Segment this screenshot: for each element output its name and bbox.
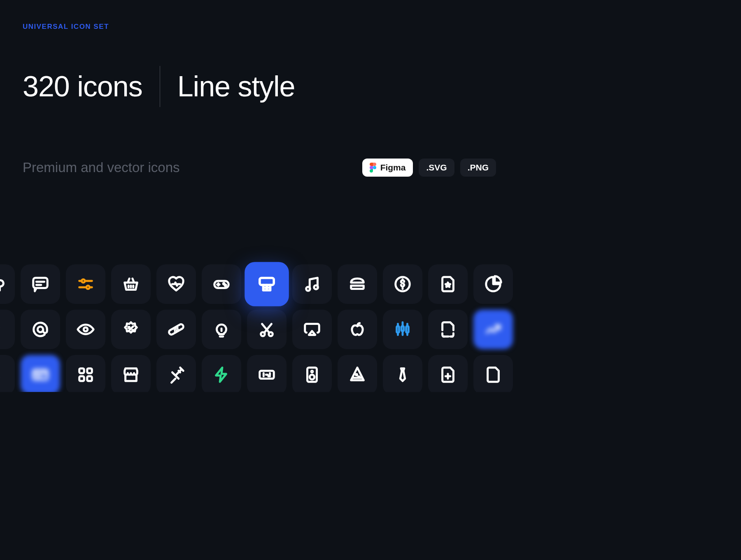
svg-rect-26	[79, 369, 84, 373]
sliders-icon[interactable]	[66, 264, 105, 304]
svg-rect-22	[397, 326, 399, 332]
png-badge[interactable]: .PNG	[460, 159, 496, 177]
chat-icon[interactable]	[21, 264, 60, 304]
icon-row	[0, 355, 519, 392]
candlestick-icon[interactable]	[383, 310, 422, 349]
eye-icon[interactable]	[66, 310, 105, 349]
svg-point-34	[356, 374, 357, 375]
discount-badge-icon[interactable]	[111, 310, 151, 349]
svg-rect-27	[87, 369, 92, 373]
tie-icon[interactable]	[383, 355, 422, 392]
svg-rect-23	[401, 326, 404, 331]
icon-row	[0, 310, 519, 349]
scissors-icon[interactable]	[247, 310, 287, 349]
pizza-slice-icon[interactable]	[338, 355, 377, 392]
svg-point-32	[311, 371, 313, 372]
figma-icon	[370, 163, 376, 173]
syringe-icon[interactable]	[156, 355, 196, 392]
chef-hat-icon[interactable]	[0, 264, 15, 304]
svg-badge[interactable]: .SVG	[419, 159, 454, 177]
file-dashed-icon[interactable]	[428, 310, 468, 349]
lightbulb-icon[interactable]	[202, 310, 241, 349]
speaker-icon[interactable]	[292, 355, 332, 392]
svg-point-9	[314, 285, 318, 289]
burger-icon[interactable]	[338, 264, 377, 304]
headline-right: Line style	[177, 70, 295, 103]
gamepad-icon[interactable]	[202, 264, 241, 304]
svg-rect-29	[87, 376, 92, 381]
svg-point-17	[177, 327, 177, 328]
svg-rect-24	[406, 326, 409, 332]
svg-point-0	[373, 166, 376, 169]
bolt-icon[interactable]	[202, 355, 241, 392]
figma-badge-label: Figma	[380, 163, 406, 173]
svg-point-2	[82, 280, 85, 283]
headline-separator	[160, 66, 160, 107]
scoreboard-icon[interactable]	[247, 355, 287, 392]
svg-point-35	[358, 376, 359, 378]
svg-point-14	[132, 330, 133, 331]
at-sign-icon[interactable]	[21, 310, 60, 349]
file-plus-icon[interactable]	[428, 355, 468, 392]
basket-icon[interactable]	[111, 264, 151, 304]
pie-chart-icon[interactable]	[473, 264, 513, 304]
airplay-icon[interactable]	[292, 310, 332, 349]
svg-badge-label: .SVG	[426, 163, 447, 173]
svg-rect-1	[33, 278, 48, 288]
icon-row	[0, 264, 519, 304]
file-star-icon[interactable]	[428, 264, 468, 304]
svg-point-19	[177, 330, 178, 331]
credit-card-icon[interactable]	[21, 355, 60, 392]
svg-point-6	[225, 285, 226, 286]
svg-point-12	[84, 327, 88, 331]
icon-grid	[0, 264, 519, 392]
figma-badge[interactable]: Figma	[362, 159, 413, 177]
trend-icon[interactable]	[473, 310, 513, 349]
pear-icon[interactable]	[0, 355, 15, 392]
music-note-icon[interactable]	[292, 264, 332, 304]
heartbeat-icon[interactable]	[156, 264, 196, 304]
dollar-circle-icon[interactable]	[383, 264, 422, 304]
ice-cream-icon[interactable]	[0, 310, 15, 349]
store-icon[interactable]	[111, 355, 151, 392]
svg-rect-25	[33, 370, 48, 380]
svg-point-18	[175, 331, 176, 331]
svg-point-3	[86, 286, 90, 289]
svg-rect-28	[79, 376, 84, 381]
svg-point-16	[174, 328, 175, 329]
svg-rect-15	[168, 323, 184, 335]
basketball-hoop-icon[interactable]	[245, 262, 289, 306]
apple-icon[interactable]	[338, 310, 377, 349]
headline-left: 320 icons	[23, 70, 142, 103]
bandage-icon[interactable]	[156, 310, 196, 349]
svg-point-33	[310, 375, 315, 380]
subtitle: Premium and vector icons	[23, 160, 179, 175]
grid-apps-icon[interactable]	[66, 355, 105, 392]
png-badge-label: .PNG	[468, 163, 489, 173]
svg-point-13	[128, 327, 130, 328]
svg-point-8	[306, 287, 310, 291]
file-icon[interactable]	[473, 355, 513, 392]
eyebrow-label: UNIVERSAL ICON SET	[0, 0, 519, 31]
headline: 320 icons Line style	[0, 31, 519, 107]
format-badges: Figma .SVG .PNG	[362, 159, 496, 177]
